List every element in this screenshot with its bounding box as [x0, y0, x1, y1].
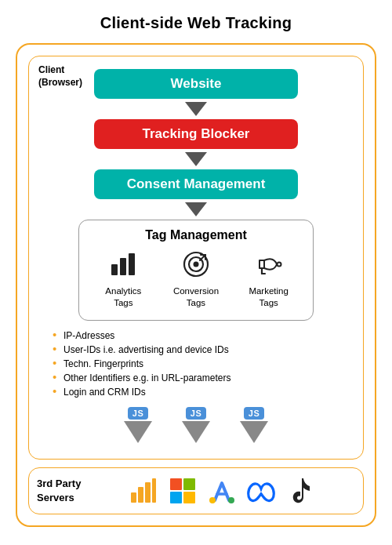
svg-point-25: [228, 497, 234, 503]
svg-rect-0: [111, 264, 118, 275]
arrow-website-to-blocker: [185, 102, 207, 116]
js-arrow-col-1: JS: [124, 407, 152, 443]
analytics-tag-label: AnalyticsTags: [105, 285, 141, 309]
svg-point-5: [193, 262, 198, 267]
bullet-item: Techn. Fingerprints: [53, 357, 347, 371]
client-label: Client(Browser): [38, 64, 82, 89]
bullet-list-section: IP-Adresses User-IDs i.e. advertising an…: [37, 321, 355, 402]
svg-rect-13: [131, 492, 136, 503]
conversion-tag-label: ConversionTags: [173, 285, 219, 309]
bullet-item: IP-Adresses: [53, 329, 347, 343]
svg-line-8: [200, 255, 205, 260]
consent-management-pill: Consent Management: [94, 169, 298, 199]
flow-container: Website Tracking Blocker Consent Managem…: [37, 69, 355, 321]
arrow-consent-to-tag: [185, 202, 207, 216]
third-party-section: 3rd PartyServers: [28, 467, 364, 514]
js-arrows-row: JS JS JS: [124, 407, 268, 443]
bullet-item: Login and CRM IDs: [53, 385, 347, 399]
windows-logo: [168, 476, 198, 506]
svg-rect-2: [129, 253, 135, 275]
arrow-blocker-to-consent: [185, 152, 207, 166]
tags-row: AnalyticsTags: [90, 250, 302, 309]
marketing-tag-item: MarketingTags: [238, 250, 300, 309]
meta-logo: [246, 476, 276, 506]
logos-row: [89, 476, 355, 506]
google-ads-logo: [207, 476, 237, 506]
outer-container: Client(Browser) Website Tracking Blocker…: [16, 43, 376, 527]
svg-rect-14: [138, 487, 143, 503]
client-browser-box: Client(Browser) Website Tracking Blocker…: [28, 56, 364, 460]
big-arrow-1: [124, 421, 152, 443]
svg-rect-18: [183, 478, 195, 490]
js-badge-1: JS: [128, 407, 148, 420]
bullet-item: User-IDs i.e. advertising and device IDs: [53, 343, 347, 357]
bullet-item: Other Identifiers e.g. in URL-parameters: [53, 371, 347, 385]
website-pill: Website: [94, 69, 298, 99]
svg-rect-17: [170, 478, 182, 490]
analytics-icon: [109, 250, 137, 282]
svg-point-12: [277, 263, 281, 267]
conversion-tag-item: ConversionTags: [165, 250, 227, 309]
tiktok-logo: [285, 476, 315, 506]
tag-management-title: Tag Management: [145, 228, 247, 242]
svg-point-24: [209, 497, 216, 503]
svg-rect-20: [183, 492, 195, 503]
analytics-tag-item: AnalyticsTags: [92, 250, 154, 309]
big-arrow-2: [182, 421, 210, 443]
data-bullets: IP-Adresses User-IDs i.e. advertising an…: [53, 329, 347, 399]
js-arrow-col-3: JS: [240, 407, 268, 443]
marketing-icon: [255, 250, 283, 282]
js-badge-2: JS: [186, 407, 206, 420]
third-party-label: 3rd PartyServers: [37, 477, 81, 505]
marketing-tag-label: MarketingTags: [249, 285, 289, 309]
js-arrow-col-2: JS: [182, 407, 210, 443]
page-title: Client-side Web Tracking: [100, 14, 292, 32]
js-badge-3: JS: [244, 407, 264, 420]
big-arrow-3: [240, 421, 268, 443]
tag-management-box: Tag Management AnalyticsTags: [78, 220, 314, 321]
tracking-blocker-pill: Tracking Blocker: [94, 119, 298, 149]
conversion-icon: [182, 250, 210, 282]
analytics-logo: [129, 476, 158, 506]
svg-rect-15: [145, 482, 151, 503]
svg-rect-1: [120, 258, 126, 275]
svg-rect-16: [152, 478, 156, 503]
svg-rect-19: [170, 492, 182, 503]
